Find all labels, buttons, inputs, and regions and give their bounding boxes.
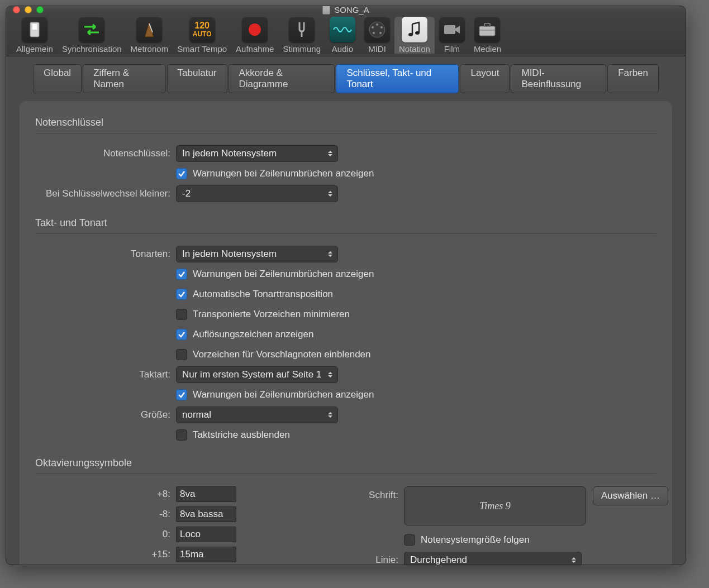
- waveform-icon: [330, 17, 355, 42]
- input-zero[interactable]: [176, 527, 236, 542]
- toolbar-label: Notation: [399, 44, 430, 54]
- camera-icon: [439, 17, 465, 42]
- toolbar-label: MIDI: [368, 44, 386, 54]
- checkbox-key-warn[interactable]: [176, 269, 187, 280]
- select-groesse[interactable]: normal: [176, 407, 338, 423]
- toolbar-item-notation[interactable]: Notation: [394, 17, 435, 54]
- label-taktart: Taktart:: [20, 369, 176, 380]
- switch-icon: [22, 17, 47, 42]
- tuning-fork-icon: [289, 17, 315, 42]
- tab-midi-beeinflussung[interactable]: MIDI-Beeinflussung: [511, 64, 606, 93]
- checkbox-naturals[interactable]: [176, 329, 187, 340]
- choose-font-button[interactable]: Auswählen …: [593, 486, 668, 505]
- input-plus15[interactable]: [176, 547, 236, 562]
- select-notenschluessel[interactable]: In jedem Notensystem: [176, 145, 338, 162]
- section-title-octave: Oktavierungssymbole: [20, 457, 672, 474]
- midi-icon: [364, 17, 390, 42]
- select-value: In jedem Notensystem: [182, 248, 277, 260]
- checkbox-clef-warn[interactable]: [176, 168, 187, 179]
- input-plus8[interactable]: [176, 486, 236, 502]
- divider: [35, 233, 656, 234]
- chevron-updown-icon: [327, 189, 334, 198]
- label-zero: 0:: [20, 529, 176, 540]
- checkbox-label: Taktstriche ausblenden: [193, 429, 290, 441]
- toolbar-label: Synchronisation: [62, 44, 122, 54]
- metronome-icon: [136, 17, 162, 42]
- window-title: SONG_A: [6, 6, 686, 15]
- toolbar-item-metronom[interactable]: Metronom: [126, 17, 173, 54]
- svg-point-3: [249, 23, 261, 36]
- select-value: normal: [182, 409, 211, 420]
- sync-icon: [79, 17, 104, 42]
- svg-point-10: [408, 33, 413, 36]
- checkbox-label: Vorzeichen für Vorschlagnoten einblenden: [193, 349, 371, 360]
- checkbox-label: Transponierte Vorzeichen minimieren: [193, 309, 350, 320]
- toolbar-item-smart-tempo[interactable]: 120 AUTO Smart Tempo: [173, 17, 231, 54]
- toolbar-label: Smart Tempo: [177, 44, 227, 54]
- select-value: In jedem Notensystem: [182, 148, 277, 159]
- sub-tabs: Global Ziffern & Namen Tabulatur Akkorde…: [6, 64, 686, 93]
- checkbox-label: Warnungen bei Zeilenumbrüchen anzeigen: [193, 269, 374, 280]
- record-icon: [242, 17, 268, 42]
- toolbar-label: Aufnahme: [236, 44, 274, 54]
- toolbar-item-medien[interactable]: Medien: [469, 17, 506, 54]
- toolbar-item-aufnahme[interactable]: Aufnahme: [231, 17, 278, 54]
- label-minus8: -8:: [20, 509, 176, 520]
- toolbar-label: Allgemein: [16, 44, 53, 54]
- label-groesse: Größe:: [20, 409, 176, 420]
- checkbox-auto-transposition[interactable]: [176, 289, 187, 300]
- svg-point-8: [373, 32, 375, 34]
- toolbar-item-audio[interactable]: Audio: [325, 17, 360, 54]
- checkbox-takt-warn[interactable]: [176, 389, 187, 400]
- checkbox-follow-staff-size[interactable]: [404, 534, 415, 546]
- font-preview-box: Times 9: [404, 486, 586, 525]
- svg-point-7: [380, 26, 383, 28]
- chevron-updown-icon: [327, 250, 334, 259]
- checkbox-hide-barlines[interactable]: [176, 429, 187, 441]
- label-plus15: +15:: [20, 549, 176, 560]
- chevron-updown-icon: [327, 149, 334, 158]
- svg-rect-1: [32, 24, 37, 30]
- tab-layout[interactable]: Layout: [460, 64, 510, 93]
- checkbox-label: Automatische Tonarttransposition: [193, 289, 333, 300]
- toolbar-label: Medien: [474, 44, 501, 54]
- svg-point-6: [372, 26, 374, 28]
- preferences-window: SONG_A Allgemein Synchronisation Metrono…: [6, 6, 686, 565]
- toolbar-item-allgemein[interactable]: Allgemein: [12, 17, 58, 54]
- chevron-updown-icon: [327, 410, 334, 419]
- svg-rect-14: [484, 23, 490, 26]
- toolbar-item-stimmung[interactable]: Stimmung: [278, 17, 325, 54]
- select-kleiner[interactable]: -2: [176, 185, 338, 202]
- tab-schluessel-takt-tonart[interactable]: Schlüssel, Takt- und Tonart: [336, 64, 459, 93]
- label-plus8: +8:: [20, 489, 176, 500]
- toolbar-label: Film: [444, 44, 460, 54]
- checkbox-label: Warnungen bei Zeilenumbrüchen anzeigen: [193, 389, 374, 400]
- checkbox-minimize-accidentals[interactable]: [176, 309, 187, 320]
- divider: [35, 133, 656, 133]
- select-tonarten[interactable]: In jedem Notensystem: [176, 246, 338, 262]
- input-minus8[interactable]: [176, 506, 236, 522]
- toolbar-item-synchronisation[interactable]: Synchronisation: [58, 17, 126, 54]
- svg-point-9: [379, 32, 382, 34]
- tab-global[interactable]: Global: [33, 64, 82, 93]
- tab-tabulatur[interactable]: Tabulatur: [167, 64, 227, 93]
- select-taktart[interactable]: Nur im ersten System auf Seite 1: [176, 366, 338, 383]
- select-linie[interactable]: Durchgehend: [404, 552, 582, 565]
- tempo-auto: AUTO: [193, 30, 212, 38]
- briefcase-icon: [474, 17, 500, 42]
- window-title-text: SONG_A: [334, 6, 369, 15]
- toolbar-label: Metronom: [131, 44, 169, 54]
- tab-ziffern-namen[interactable]: Ziffern & Namen: [83, 64, 165, 93]
- toolbar-item-midi[interactable]: MIDI: [360, 17, 394, 54]
- svg-rect-12: [444, 25, 455, 34]
- toolbar-label: Stimmung: [283, 44, 321, 54]
- checkbox-label: Auflösungszeichen anzeigen: [193, 329, 313, 340]
- tab-akkorde-diagramme[interactable]: Akkorde & Diagramme: [229, 64, 335, 93]
- tab-farben[interactable]: Farben: [607, 64, 659, 93]
- select-value: -2: [182, 188, 191, 199]
- svg-point-5: [376, 23, 378, 26]
- toolbar-item-film[interactable]: Film: [435, 17, 469, 54]
- toolbar-label: Audio: [332, 44, 353, 54]
- section-title-key: Takt- und Tonart: [20, 217, 672, 233]
- checkbox-grace-accidentals[interactable]: [176, 349, 187, 360]
